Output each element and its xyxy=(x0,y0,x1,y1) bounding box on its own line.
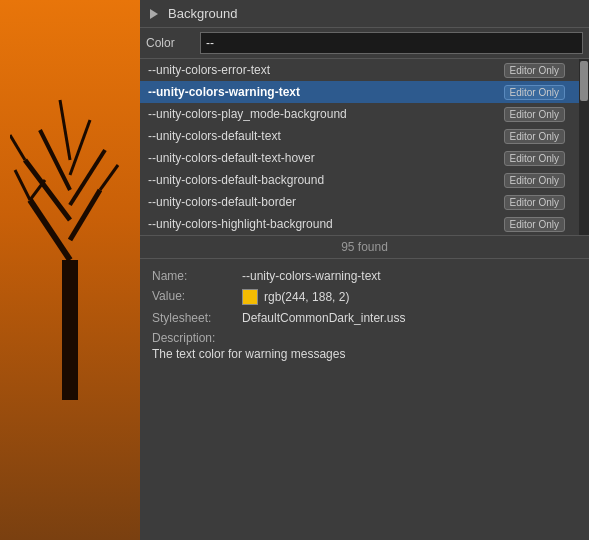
list-item[interactable]: --unity-colors-error-text Editor Only xyxy=(140,59,589,81)
list-item[interactable]: --unity-colors-play_mode-background Edit… xyxy=(140,103,589,125)
value-label: Value: xyxy=(152,289,242,303)
name-label: Name: xyxy=(152,269,242,283)
main-panel: Background Color --unity-colors-error-te… xyxy=(140,0,589,540)
svg-line-9 xyxy=(30,180,45,200)
description-text: The text color for warning messages xyxy=(152,347,577,361)
editor-only-badge-4: Editor Only xyxy=(504,151,565,166)
detail-stylesheet-row: Stylesheet: DefaultCommonDark_inter.uss xyxy=(152,311,577,325)
detail-panel: Name: --unity-colors-warning-text Value:… xyxy=(140,258,589,540)
detail-name-row: Name: --unity-colors-warning-text xyxy=(152,269,577,283)
panel-title: Background xyxy=(168,6,237,21)
editor-only-badge-2: Editor Only xyxy=(504,107,565,122)
editor-only-badge-1: Editor Only xyxy=(504,85,565,100)
editor-only-badge-3: Editor Only xyxy=(504,129,565,144)
svg-line-7 xyxy=(60,100,70,160)
found-count: 95 found xyxy=(140,235,589,258)
stylesheet-value: DefaultCommonDark_inter.uss xyxy=(242,311,405,325)
name-value: --unity-colors-warning-text xyxy=(242,269,381,283)
color-swatch[interactable] xyxy=(242,289,258,305)
list-item[interactable]: --unity-colors-default-text Editor Only xyxy=(140,125,589,147)
scene-background xyxy=(0,0,140,540)
list-item[interactable]: --unity-colors-highlight-background Edit… xyxy=(140,213,589,235)
svg-rect-0 xyxy=(62,260,78,400)
list-item[interactable]: --unity-colors-default-border Editor Onl… xyxy=(140,191,589,213)
item-name-0: --unity-colors-error-text xyxy=(148,63,270,77)
tree-decoration xyxy=(10,60,130,400)
item-name-7: --unity-colors-highlight-background xyxy=(148,217,333,231)
item-name-3: --unity-colors-default-text xyxy=(148,129,281,143)
collapse-icon[interactable] xyxy=(150,9,158,19)
svg-line-6 xyxy=(70,120,90,175)
list-item[interactable]: --unity-colors-default-text-hover Editor… xyxy=(140,147,589,169)
panel-header: Background xyxy=(140,0,589,28)
item-name-6: --unity-colors-default-border xyxy=(148,195,296,209)
description-label: Description: xyxy=(152,331,577,345)
editor-only-badge-6: Editor Only xyxy=(504,195,565,210)
list-item[interactable]: --unity-colors-default-background Editor… xyxy=(140,169,589,191)
search-input[interactable] xyxy=(200,32,583,54)
detail-value-row: Value: rgb(244, 188, 2) xyxy=(152,289,577,305)
scrollbar[interactable] xyxy=(579,59,589,235)
list-container: --unity-colors-error-text Editor Only --… xyxy=(140,59,589,235)
editor-only-badge-0: Editor Only xyxy=(504,63,565,78)
color-text: rgb(244, 188, 2) xyxy=(264,290,349,304)
list-item[interactable]: --unity-colors-warning-text Editor Only xyxy=(140,81,589,103)
scrollbar-thumb[interactable] xyxy=(580,61,588,101)
search-label: Color xyxy=(146,36,196,50)
svg-line-11 xyxy=(10,135,25,160)
item-name-2: --unity-colors-play_mode-background xyxy=(148,107,347,121)
svg-line-3 xyxy=(25,160,70,220)
editor-only-badge-7: Editor Only xyxy=(504,217,565,232)
item-name-1: --unity-colors-warning-text xyxy=(148,85,300,99)
search-row: Color xyxy=(140,28,589,59)
svg-line-10 xyxy=(100,165,118,190)
value-display: rgb(244, 188, 2) xyxy=(242,289,349,305)
editor-only-badge-5: Editor Only xyxy=(504,173,565,188)
item-name-5: --unity-colors-default-background xyxy=(148,173,324,187)
svg-line-8 xyxy=(15,170,30,200)
stylesheet-label: Stylesheet: xyxy=(152,311,242,325)
item-name-4: --unity-colors-default-text-hover xyxy=(148,151,315,165)
